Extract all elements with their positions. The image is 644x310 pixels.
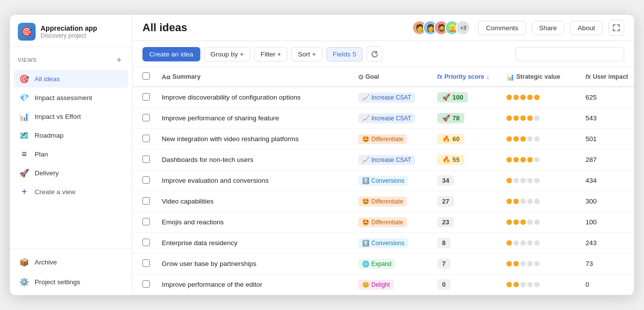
strategic-dots [506, 136, 574, 142]
dot-filled [513, 115, 519, 121]
ideas-table: Aα Summary ⊙ Goal [133, 67, 634, 295]
row-checkbox[interactable] [142, 197, 150, 205]
sidebar-item-all-ideas[interactable]: 🎯 All ideas [14, 70, 128, 88]
sidebar-item-impact-vs-effort[interactable]: 📊 Impact vs Effort [14, 107, 128, 125]
dot-filled [527, 95, 533, 100]
row-checkbox[interactable] [142, 135, 150, 142]
sort-button[interactable]: Sort + [291, 47, 322, 61]
app-title-block: Appreciation app Discovery project [41, 24, 97, 39]
priority-score-badge: 8 [437, 238, 451, 248]
row-checkbox[interactable] [142, 259, 150, 267]
sidebar-item-plan[interactable]: ≡ Plan [14, 145, 128, 163]
table-row: Video capabilities🤩 Differentiate 27300 [133, 191, 634, 212]
row-checkbox[interactable] [142, 280, 150, 288]
dot-filled [513, 95, 519, 100]
row-checkbox[interactable] [142, 155, 150, 163]
cell-priority-score: 0 [431, 274, 501, 295]
comments-button[interactable]: Comments [478, 21, 525, 35]
priority-score-badge: 🚀 78 [437, 113, 464, 123]
goal-emoji: 📈 [362, 156, 369, 163]
dot-filled [520, 219, 526, 225]
share-button[interactable]: Share [532, 21, 564, 35]
cell-strategic-value [501, 212, 580, 233]
sidebar-item-label: Impact assessment [35, 94, 92, 102]
cell-goal: 😊 Delight [352, 274, 431, 295]
priority-score-badge: 27 [437, 196, 454, 207]
expand-button[interactable] [608, 20, 624, 36]
select-all-checkbox[interactable] [142, 72, 150, 80]
settings-label: Project settings [35, 278, 80, 286]
sidebar-item-delivery[interactable]: 🚀 Delivery [14, 164, 128, 182]
dot-empty [520, 261, 526, 266]
fields-button[interactable]: Fields 5 [326, 47, 363, 61]
search-input[interactable] [515, 47, 624, 61]
strategic-dots [506, 95, 574, 100]
cell-summary: Improve performance of sharing feature [156, 108, 352, 129]
strategic-dots [506, 199, 574, 204]
strategic-dots [506, 178, 574, 183]
impact-vs-effort-icon: 📊 [19, 111, 30, 122]
views-label: VIEWS [18, 57, 37, 63]
dot-filled [513, 157, 519, 162]
goal-badge: 🌐 Expand [358, 259, 396, 269]
dot-filled [527, 157, 533, 162]
row-checkbox[interactable] [142, 218, 150, 225]
table-row: Emojis and reactions🤩 Differentiate 2310… [133, 212, 634, 233]
cell-user-impact: 625 [580, 87, 634, 108]
dot-filled [506, 178, 512, 183]
dot-filled [506, 157, 512, 162]
dot-empty [513, 240, 519, 246]
sidebar-item-create-view[interactable]: + Create a view [14, 183, 128, 201]
create-idea-button[interactable]: Create an idea [142, 47, 200, 61]
search-container: 🔍 [515, 47, 624, 61]
dot-filled [506, 240, 512, 246]
cell-priority-score: 🚀 78 [431, 108, 501, 129]
dot-empty [534, 219, 540, 225]
plan-icon: ≡ [19, 149, 30, 159]
cell-strategic-value [501, 108, 580, 129]
cell-goal: 📈 Increase CSAT [352, 87, 431, 108]
dot-filled [506, 136, 512, 142]
row-checkbox[interactable] [142, 114, 150, 121]
sidebar-item-archive[interactable]: 📦 Archive [14, 253, 128, 271]
dot-filled [506, 282, 512, 287]
filter-button[interactable]: Filter + [254, 47, 288, 61]
goal-col-icon: ⊙ [358, 73, 364, 81]
dot-empty [534, 282, 540, 287]
ideas-table-container: Aα Summary ⊙ Goal [133, 67, 634, 295]
dot-filled [534, 95, 540, 100]
sidebar-item-impact-assessment[interactable]: 💎 Impact assessment [14, 89, 128, 106]
app-name: Appreciation app [41, 24, 97, 32]
about-button[interactable]: About [570, 21, 602, 35]
goal-badge: 😊 Delight [358, 280, 394, 290]
goal-emoji: 🤩 [362, 136, 369, 143]
row-checkbox[interactable] [142, 239, 150, 246]
sidebar-item-roadmap[interactable]: 🗺️ Roadmap [14, 126, 128, 144]
dot-empty [527, 136, 533, 142]
table-row: Improve performance of sharing feature📈 … [133, 108, 634, 129]
cell-user-impact: 300 [580, 191, 634, 212]
sidebar-item-project-settings[interactable]: ⚙️ Project settings [14, 272, 128, 291]
dot-filled [506, 261, 512, 266]
add-view-button[interactable]: + [114, 55, 124, 65]
table-row: Improve evaluation and conversions⬆️ Con… [133, 170, 634, 191]
row-checkbox[interactable] [142, 176, 150, 184]
group-by-button[interactable]: Group by + [204, 47, 250, 61]
refresh-button[interactable] [367, 46, 382, 62]
goal-emoji: ⬆️ [362, 177, 369, 184]
dot-empty [520, 282, 526, 287]
goal-emoji: 📈 [362, 115, 369, 122]
dot-empty [527, 240, 533, 246]
dot-empty [534, 115, 540, 121]
goal-badge: 🤩 Differentiate [358, 134, 407, 144]
col-header-priority[interactable]: fx Priority score ↓ [431, 67, 501, 87]
cell-user-impact: 543 [580, 108, 634, 129]
plus-icon: + [277, 51, 281, 58]
priority-score-badge: 🔥 60 [437, 134, 464, 144]
cell-user-impact: 243 [580, 233, 634, 254]
cell-strategic-value [501, 170, 580, 191]
row-checkbox[interactable] [142, 93, 150, 101]
strategic-dots [506, 157, 574, 162]
priority-score-badge: 0 [437, 279, 451, 290]
sidebar-item-label: Impact vs Effort [35, 113, 81, 120]
